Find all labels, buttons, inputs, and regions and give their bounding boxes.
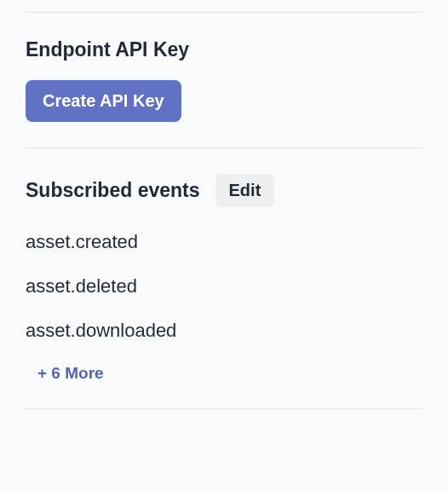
show-more-events-link[interactable]: + 6 More	[37, 364, 104, 383]
create-api-key-button[interactable]: Create API Key	[26, 80, 181, 122]
event-list: asset.created asset.deleted asset.downlo…	[26, 231, 422, 342]
event-item: asset.deleted	[26, 275, 422, 297]
api-key-section-title: Endpoint API Key	[26, 38, 422, 61]
events-section-header: Subscribed events Edit	[26, 174, 422, 207]
subscribed-events-section: Subscribed events Edit asset.created ass…	[26, 148, 422, 408]
events-section-title: Subscribed events	[26, 179, 200, 202]
event-item: asset.downloaded	[26, 320, 422, 342]
event-item: asset.created	[26, 231, 422, 253]
section-divider	[26, 408, 422, 409]
api-key-section: Endpoint API Key Create API Key	[26, 13, 422, 147]
edit-events-button[interactable]: Edit	[215, 174, 275, 207]
